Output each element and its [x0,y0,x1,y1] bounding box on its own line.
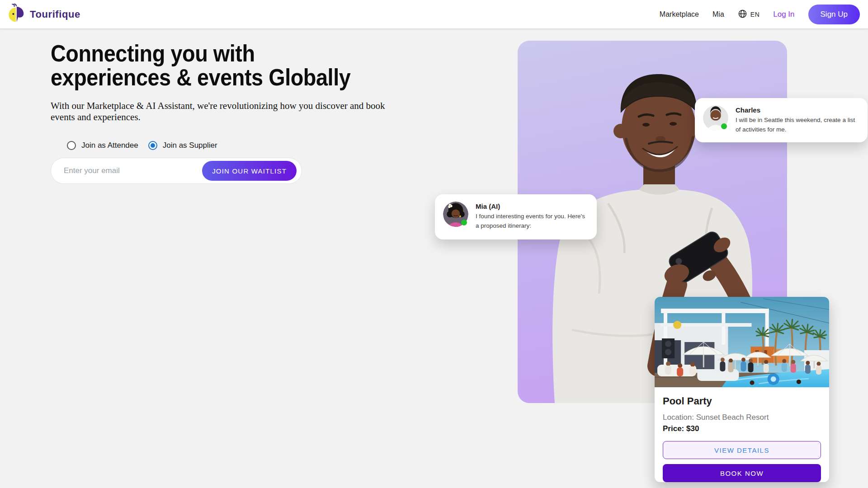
brand-logo[interactable]: Tourifique [6,4,80,25]
nav-item-mia[interactable]: Mia [712,10,724,19]
language-selector[interactable]: EN [738,9,760,20]
nav-item-marketplace[interactable]: Marketplace [660,10,699,19]
chat-content-mia: Mia (AI) I found interesting events for … [476,202,589,232]
nav-menu: Marketplace Mia EN Log In Sign Up [660,0,860,29]
globe-icon [738,9,747,20]
waitlist-form: JOIN OUR WAITLIST [51,158,302,184]
radio-supplier-label: Join as Supplier [163,141,217,150]
chat-message: I will be in Seattle this weekend, creat… [736,116,859,135]
email-input[interactable] [51,158,202,183]
book-now-button[interactable]: BOOK NOW [663,464,821,482]
landing-page: Tourifique Marketplace Mia EN Log In Sig… [0,0,868,488]
event-location: Location: Sunset Beach Resort [663,413,821,422]
green-status-dot [721,123,727,129]
pool-party-photo [655,297,829,387]
event-card-pool-party: Pool Party Location: Sunset Beach Resort… [655,297,829,482]
chat-content-charles: Charles I will be in Seattle this weeken… [736,105,859,135]
login-link[interactable]: Log In [773,10,794,19]
signup-button[interactable]: Sign Up [808,5,860,24]
chat-sender-name: Charles [736,106,859,114]
hero-title-line-2: experiences & events Globally [51,66,350,89]
chat-sender-name: Mia (AI) [476,202,589,210]
event-title: Pool Party [663,395,821,407]
role-radio-group: Join as Attendee Join as Supplier [67,141,217,150]
chat-bubble-mia: Mia (AI) I found interesting events for … [435,194,597,239]
event-price: Price: $30 [663,424,821,433]
brand-name: Tourifique [30,9,80,20]
hero-title: Connecting you with experiences & events… [51,42,350,89]
event-card-body: Pool Party Location: Sunset Beach Resort… [655,387,829,482]
view-details-button[interactable]: VIEW DETAILS [663,441,821,459]
parrot-logo-icon [6,4,26,25]
join-waitlist-button[interactable]: JOIN OUR WAITLIST [202,161,297,181]
radio-unchecked-icon[interactable] [67,141,76,150]
avatar-mia [443,202,468,227]
radio-join-as-supplier[interactable]: Join as Supplier [148,141,217,150]
chat-bubble-charles: Charles I will be in Seattle this weeken… [695,98,868,142]
hero-title-line-1: Connecting you with [51,42,350,66]
language-label: EN [750,11,760,18]
green-status-dot [461,220,467,225]
navbar: Tourifique Marketplace Mia EN Log In Sig… [0,0,868,29]
chat-message: I found interesting events for you. Here… [476,212,589,231]
hero-subtitle: With our Marketplace & AI Assistant, we'… [51,100,399,123]
avatar-charles [703,105,728,131]
radio-attendee-label: Join as Attendee [81,141,138,150]
radio-checked-icon[interactable] [148,141,157,150]
radio-join-as-attendee[interactable]: Join as Attendee [67,141,138,150]
